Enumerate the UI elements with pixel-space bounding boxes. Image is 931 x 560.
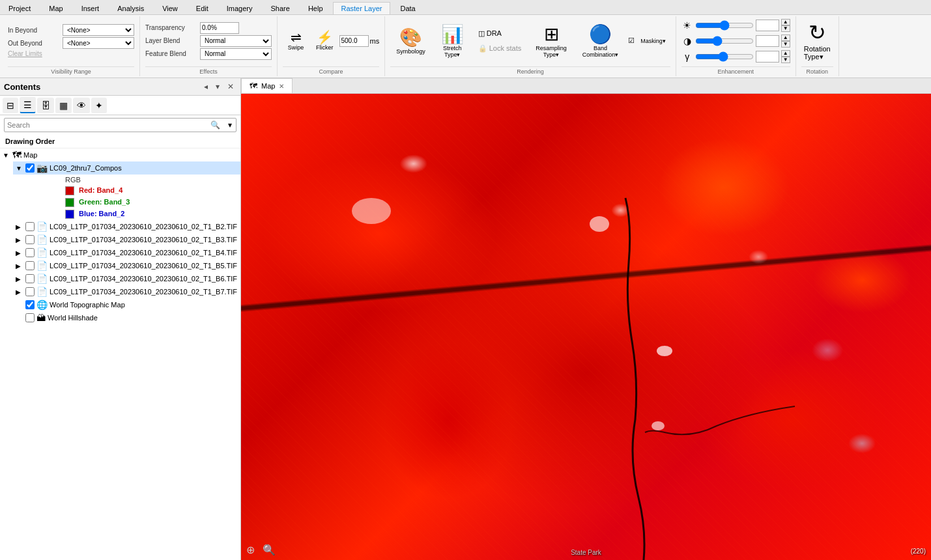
resampling-type-button[interactable]: ⊞ ResamplingType▾ (530, 20, 573, 61)
resampling-type-icon: ⊞ (544, 23, 559, 45)
search-input[interactable] (5, 119, 207, 131)
tab-insert[interactable]: Insert (73, 2, 108, 14)
lc09-b4-expand[interactable]: ▶ (16, 249, 23, 257)
flicker-value-input[interactable] (339, 35, 369, 47)
contrast-slider[interactable] (695, 37, 754, 45)
world-hillshade-icon: 🏔 (36, 313, 46, 323)
lc09-b5-checkbox[interactable] (25, 261, 35, 270)
map-tab-close[interactable]: ✕ (279, 83, 284, 90)
stretch-type-button[interactable]: 📊 StretchType▾ (435, 20, 470, 61)
brightness-up[interactable]: ▲ (781, 19, 790, 25)
contrast-up[interactable]: ▲ (781, 35, 790, 41)
filter-button[interactable]: ⊟ (3, 98, 18, 113)
tab-imagery[interactable]: Imagery (218, 2, 261, 14)
gamma-slider[interactable] (695, 53, 754, 61)
list-selected-button[interactable]: ✦ (91, 98, 107, 113)
out-beyond-label: Out Beyond (8, 40, 60, 47)
gamma-down[interactable]: ▼ (781, 57, 790, 63)
transparency-input[interactable] (200, 22, 239, 34)
tab-raster-layer[interactable]: Raster Layer (333, 2, 391, 14)
map-group-expand[interactable]: ▼ (3, 152, 10, 159)
panel-menu-button[interactable]: ▾ (213, 81, 222, 92)
lc09-b4-checkbox[interactable] (25, 248, 35, 257)
auto-hide-button[interactable]: ◂ (201, 81, 210, 92)
tab-share[interactable]: Share (263, 2, 298, 14)
layer-item-lc09-b5[interactable]: ▶ 📄 LC09_L1TP_017034_20230610_20230610_0… (13, 259, 240, 272)
in-beyond-label: In Beyond (8, 27, 60, 34)
gamma-up[interactable]: ▲ (781, 50, 790, 57)
tab-edit[interactable]: Edit (188, 2, 217, 14)
swipe-row: ⇌ Swipe ⚡ Flicker ms (283, 28, 379, 53)
feature-blend-select[interactable]: Normal (200, 48, 272, 60)
layer-blend-label: Layer Blend (145, 37, 197, 44)
list-type-button[interactable]: ▦ (55, 98, 72, 113)
gamma-value[interactable]: 2.4 (756, 51, 779, 63)
lc09-b3-expand[interactable]: ▶ (16, 236, 23, 244)
layer-item-lc09-b6[interactable]: ▶ 📄 LC09_L1TP_017034_20230610_20230610_0… (13, 272, 240, 285)
brightness-value[interactable]: 0 (756, 20, 779, 31)
layer-item-lc09-b4[interactable]: ▶ 📄 LC09_L1TP_017034_20230610_20230610_0… (13, 246, 240, 259)
list-visibility-button[interactable]: 👁 (73, 98, 90, 113)
clear-limits-button[interactable]: Clear Limits (8, 50, 42, 57)
lc09-b2-expand[interactable]: ▶ (16, 223, 23, 231)
in-beyond-select[interactable]: <None> (63, 24, 134, 36)
blue-band-info: Blue: Band_2 (39, 208, 240, 220)
world-hillshade-checkbox[interactable] (25, 313, 35, 322)
contrast-down[interactable]: ▼ (781, 41, 790, 48)
list-drawing-order-button[interactable]: ☰ (20, 97, 36, 113)
lc09-b6-expand[interactable]: ▶ (16, 275, 23, 283)
enhancement-inputs: ☀ 0 ▲ ▼ ◑ 35 ▲ ▼ (681, 18, 790, 64)
layer-item-lc09-b3[interactable]: ▶ 📄 LC09_L1TP_017034_20230610_20230610_0… (13, 233, 240, 246)
masking-checkbox[interactable]: ☑ (628, 36, 635, 45)
tab-data[interactable]: Data (392, 2, 423, 14)
lc09-b2-checkbox[interactable] (25, 222, 35, 231)
world-topo-icon: 🌐 (36, 300, 48, 310)
search-options-button[interactable]: ▾ (224, 119, 236, 132)
lc09-b7-checkbox[interactable] (25, 287, 35, 296)
lc09-composite-checkbox[interactable] (25, 163, 35, 173)
layer-item-lc09-b7[interactable]: ▶ 📄 LC09_L1TP_017034_20230610_20230610_0… (13, 285, 240, 298)
tab-help[interactable]: Help (300, 2, 332, 14)
lc09-b6-checkbox[interactable] (25, 274, 35, 283)
tab-view[interactable]: View (154, 2, 186, 14)
lc09-b5-expand[interactable]: ▶ (16, 262, 23, 270)
swipe-button[interactable]: ⇌ Swipe (283, 28, 309, 53)
tab-project[interactable]: Project (0, 2, 39, 14)
layer-blend-select[interactable]: Normal (200, 35, 272, 47)
map-tab[interactable]: 🗺 Map ✕ (241, 78, 293, 93)
flicker-unit: ms (370, 37, 380, 45)
band-info-group: RGB Red: Band_4 Green: Band_3 Blue: Band… (13, 175, 240, 220)
contrast-value[interactable]: 35 (756, 35, 779, 47)
effects-controls: Transparency Layer Blend Normal Feature … (145, 18, 272, 64)
brightness-down[interactable]: ▼ (781, 25, 790, 32)
search-button[interactable]: 🔍 (207, 119, 224, 132)
tab-map[interactable]: Map (40, 2, 71, 14)
masking-button[interactable]: Masking▾ (636, 35, 670, 47)
layer-item-lc09-b2[interactable]: ▶ 📄 LC09_L1TP_017034_20230610_20230610_0… (13, 220, 240, 233)
lock-stats-button[interactable]: 🔒 Lock stats (474, 42, 526, 55)
dra-button[interactable]: ◫ DRA (474, 27, 526, 40)
map-canvas[interactable]: ⊕ 🔍 State Park (220) (241, 94, 931, 560)
layer-item-lc09-composite[interactable]: ▼ 📷 LC09_2thru7_Compos (13, 161, 240, 175)
layer-item-map-group[interactable]: ▼ 🗺 Map (0, 148, 240, 161)
lc09-composite-expand[interactable]: ▼ (16, 165, 23, 172)
composite-group: ▼ 📷 LC09_2thru7_Compos RGB Red: Band_4 G… (0, 161, 240, 220)
brightness-slider[interactable] (695, 21, 754, 29)
tab-analysis[interactable]: Analysis (109, 2, 152, 14)
list-datasource-button[interactable]: 🗄 (37, 98, 54, 113)
contrast-arrows: ▲ ▼ (781, 35, 790, 48)
band-combination-button[interactable]: 🔵 BandCombination▾ (577, 20, 625, 61)
lc09-b7-expand[interactable]: ▶ (16, 288, 23, 296)
out-beyond-select[interactable]: <None> (63, 37, 134, 49)
contents-header: Contents ◂ ▾ ✕ (0, 78, 240, 96)
layer-item-world-topo[interactable]: ▶ 🌐 World Topographic Map (13, 298, 240, 311)
lc09-b3-checkbox[interactable] (25, 235, 35, 244)
rotation-type-button[interactable]: ↻ RotationType▾ (801, 18, 833, 64)
flicker-button[interactable]: ⚡ Flicker (311, 28, 338, 53)
symbology-button[interactable]: 🎨 Symbology (390, 23, 431, 58)
layer-item-world-hillshade[interactable]: ▶ 🏔 World Hillshade (13, 311, 240, 324)
close-panel-button[interactable]: ✕ (225, 81, 236, 92)
world-topo-checkbox[interactable] (25, 300, 35, 309)
lc09-b7-name: LC09_L1TP_017034_20230610_20230610_02_T1… (50, 288, 238, 296)
compare-controls: ⇌ Swipe ⚡ Flicker ms (283, 18, 379, 64)
